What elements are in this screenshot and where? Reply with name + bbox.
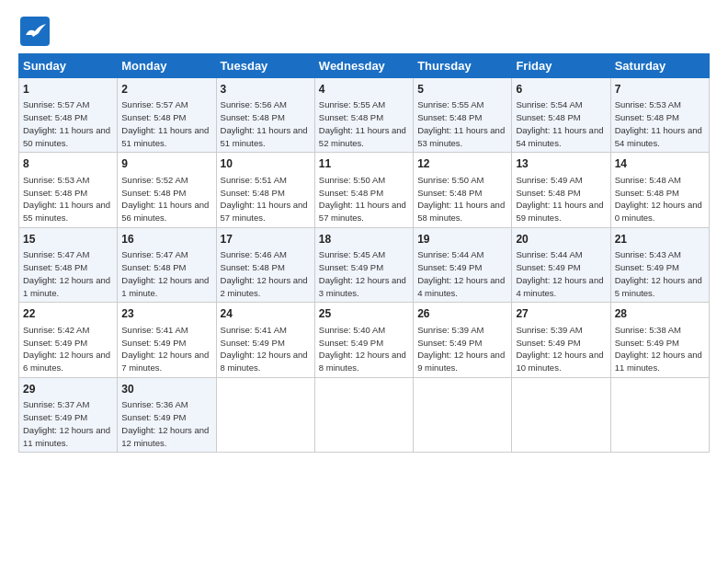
sunrise-label: Sunrise: 5:48 AM: [615, 175, 681, 185]
calendar-cell: 20Sunrise: 5:44 AMSunset: 5:49 PMDayligh…: [512, 227, 610, 302]
sunrise-label: Sunrise: 5:45 AM: [319, 249, 385, 259]
daylight-label: Daylight: 11 hours and 58 minutes.: [417, 200, 505, 223]
sunrise-label: Sunrise: 5:38 AM: [615, 325, 681, 335]
day-number: 21: [615, 232, 705, 247]
sunset-label: Sunset: 5:49 PM: [615, 338, 679, 348]
calendar-cell: 19Sunrise: 5:44 AMSunset: 5:49 PMDayligh…: [414, 227, 512, 302]
day-number: 12: [417, 156, 507, 172]
calendar-cell: 2Sunrise: 5:57 AMSunset: 5:48 PMDaylight…: [118, 78, 216, 153]
sunset-label: Sunset: 5:48 PM: [516, 112, 580, 122]
daylight-label: Daylight: 12 hours and 12 minutes.: [121, 425, 209, 448]
calendar-cell: 22Sunrise: 5:42 AMSunset: 5:49 PMDayligh…: [19, 303, 118, 377]
day-number: 14: [615, 156, 705, 172]
calendar-cell: 27Sunrise: 5:39 AMSunset: 5:49 PMDayligh…: [512, 303, 610, 377]
day-number: 18: [319, 232, 409, 247]
calendar-cell: 18Sunrise: 5:45 AMSunset: 5:49 PMDayligh…: [314, 227, 413, 302]
day-number: 5: [417, 82, 507, 98]
week-row-2: 8Sunrise: 5:53 AMSunset: 5:48 PMDaylight…: [19, 153, 710, 227]
day-number: 10: [221, 156, 311, 172]
calendar-cell: 25Sunrise: 5:40 AMSunset: 5:49 PMDayligh…: [314, 303, 413, 377]
sunrise-label: Sunrise: 5:53 AM: [615, 99, 681, 109]
sunset-label: Sunset: 5:48 PM: [417, 112, 482, 122]
day-number: 16: [121, 232, 211, 247]
sunset-label: Sunset: 5:48 PM: [319, 112, 383, 122]
sunset-label: Sunset: 5:48 PM: [516, 188, 580, 198]
sunset-label: Sunset: 5:48 PM: [221, 112, 285, 122]
day-number: 22: [23, 306, 113, 322]
sunset-label: Sunset: 5:48 PM: [121, 188, 186, 198]
daylight-label: Daylight: 11 hours and 53 minutes.: [417, 125, 505, 148]
sunrise-label: Sunrise: 5:47 AM: [121, 249, 188, 259]
sunset-label: Sunset: 5:48 PM: [221, 188, 285, 198]
calendar-cell: 3Sunrise: 5:56 AMSunset: 5:48 PMDaylight…: [216, 78, 314, 153]
sunset-label: Sunset: 5:48 PM: [121, 262, 186, 272]
daylight-label: Daylight: 12 hours and 4 minutes.: [516, 275, 603, 298]
day-number: 2: [121, 82, 211, 98]
day-number: 27: [516, 306, 606, 322]
sunrise-label: Sunrise: 5:41 AM: [121, 325, 188, 335]
day-number: 15: [23, 232, 113, 247]
weekday-friday: Friday: [512, 54, 610, 78]
sunset-label: Sunset: 5:48 PM: [121, 112, 186, 122]
daylight-label: Daylight: 12 hours and 1 minute.: [121, 275, 209, 298]
sunset-label: Sunset: 5:49 PM: [417, 262, 482, 272]
daylight-label: Daylight: 12 hours and 3 minutes.: [319, 275, 406, 298]
weekday-monday: Monday: [118, 54, 216, 78]
daylight-label: Daylight: 12 hours and 10 minutes.: [516, 350, 603, 373]
daylight-label: Daylight: 11 hours and 59 minutes.: [516, 200, 603, 223]
calendar-cell: [610, 377, 709, 452]
calendar-cell: 6Sunrise: 5:54 AMSunset: 5:48 PMDaylight…: [512, 78, 610, 153]
sunset-label: Sunset: 5:49 PM: [516, 338, 580, 348]
week-row-1: 1Sunrise: 5:57 AMSunset: 5:48 PMDaylight…: [19, 78, 710, 153]
week-row-3: 15Sunrise: 5:47 AMSunset: 5:48 PMDayligh…: [19, 227, 710, 302]
day-number: 1: [23, 82, 113, 98]
calendar-cell: 24Sunrise: 5:41 AMSunset: 5:49 PMDayligh…: [216, 303, 314, 377]
sunset-label: Sunset: 5:48 PM: [319, 188, 383, 198]
calendar-cell: 9Sunrise: 5:52 AMSunset: 5:48 PMDaylight…: [118, 153, 216, 227]
sunrise-label: Sunrise: 5:51 AM: [221, 175, 287, 185]
daylight-label: Daylight: 12 hours and 7 minutes.: [121, 350, 209, 373]
daylight-label: Daylight: 11 hours and 50 minutes.: [23, 125, 110, 148]
calendar-cell: 5Sunrise: 5:55 AMSunset: 5:48 PMDaylight…: [414, 78, 512, 153]
daylight-label: Daylight: 11 hours and 54 minutes.: [516, 125, 603, 148]
sunrise-label: Sunrise: 5:54 AM: [516, 99, 582, 109]
calendar-cell: 17Sunrise: 5:46 AMSunset: 5:48 PMDayligh…: [216, 227, 314, 302]
day-number: 24: [221, 306, 311, 322]
daylight-label: Daylight: 12 hours and 0 minutes.: [615, 200, 702, 223]
day-number: 20: [516, 232, 606, 247]
calendar-cell: 7Sunrise: 5:53 AMSunset: 5:48 PMDaylight…: [610, 78, 709, 153]
day-number: 6: [516, 82, 606, 98]
week-row-4: 22Sunrise: 5:42 AMSunset: 5:49 PMDayligh…: [19, 303, 710, 377]
day-number: 25: [319, 306, 409, 322]
sunrise-label: Sunrise: 5:44 AM: [516, 249, 582, 259]
calendar-cell: 30Sunrise: 5:36 AMSunset: 5:49 PMDayligh…: [118, 377, 216, 452]
sunset-label: Sunset: 5:49 PM: [221, 338, 285, 348]
sunset-label: Sunset: 5:49 PM: [319, 262, 383, 272]
sunrise-label: Sunrise: 5:57 AM: [23, 99, 89, 109]
day-number: 7: [615, 82, 705, 98]
daylight-label: Daylight: 11 hours and 52 minutes.: [319, 125, 406, 148]
sunset-label: Sunset: 5:49 PM: [23, 412, 87, 422]
day-number: 23: [121, 306, 211, 322]
day-number: 9: [121, 156, 211, 172]
sunset-label: Sunset: 5:48 PM: [615, 112, 679, 122]
daylight-label: Daylight: 12 hours and 11 minutes.: [615, 350, 702, 373]
day-number: 4: [319, 82, 409, 98]
sunset-label: Sunset: 5:48 PM: [417, 188, 482, 198]
sunset-label: Sunset: 5:48 PM: [23, 188, 87, 198]
calendar-cell: 13Sunrise: 5:49 AMSunset: 5:48 PMDayligh…: [512, 153, 610, 227]
sunrise-label: Sunrise: 5:55 AM: [319, 99, 385, 109]
daylight-label: Daylight: 11 hours and 55 minutes.: [23, 200, 110, 223]
calendar-cell: 29Sunrise: 5:37 AMSunset: 5:49 PMDayligh…: [19, 377, 118, 452]
calendar-cell: [216, 377, 314, 452]
calendar-cell: 12Sunrise: 5:50 AMSunset: 5:48 PMDayligh…: [414, 153, 512, 227]
sunrise-label: Sunrise: 5:56 AM: [221, 99, 287, 109]
sunset-label: Sunset: 5:49 PM: [417, 338, 482, 348]
sunrise-label: Sunrise: 5:44 AM: [417, 249, 483, 259]
calendar-cell: 28Sunrise: 5:38 AMSunset: 5:49 PMDayligh…: [610, 303, 709, 377]
page: SundayMondayTuesdayWednesdayThursdayFrid…: [0, 0, 728, 563]
daylight-label: Daylight: 12 hours and 1 minute.: [23, 275, 110, 298]
sunrise-label: Sunrise: 5:46 AM: [221, 249, 287, 259]
weekday-header-row: SundayMondayTuesdayWednesdayThursdayFrid…: [19, 54, 710, 78]
day-number: 29: [23, 382, 113, 397]
